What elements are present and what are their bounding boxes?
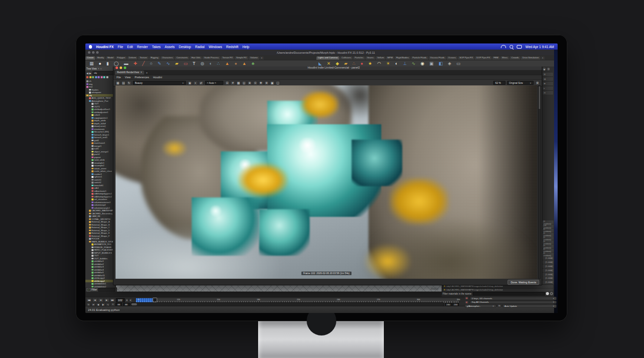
- cone-icon[interactable]: ▲: [242, 61, 246, 66]
- shelf-tab-oceans[interactable]: Oceans: [447, 56, 457, 60]
- sphere-light-icon[interactable]: ◐: [395, 61, 398, 66]
- checker-icon[interactable]: ▩: [236, 81, 241, 85]
- menubar-clock[interactable]: Wed Apr 1 9:41 AM: [525, 45, 554, 49]
- shelf-tab-wires[interactable]: Wires: [500, 56, 509, 60]
- shelf-tab-fem[interactable]: FEM: [492, 56, 500, 60]
- wrench-icon[interactable]: ◣: [318, 61, 322, 66]
- display-mode-icon[interactable]: ▦: [116, 81, 120, 85]
- shelf-tab-characters[interactable]: Characters: [160, 56, 174, 60]
- key-color-icon[interactable]: ▦: [465, 297, 469, 300]
- swap-icon[interactable]: ⇄: [199, 81, 203, 85]
- grass-icon[interactable]: ∿: [412, 61, 416, 66]
- filter-input[interactable]: [98, 288, 116, 292]
- menu-desktop[interactable]: Desktop: [179, 45, 191, 49]
- axis-icon[interactable]: ✚: [133, 61, 137, 66]
- text-icon[interactable]: T: [193, 61, 195, 66]
- shelf-tab-mpm[interactable]: MPM: [386, 56, 394, 60]
- shelf-tab-texture[interactable]: Texture: [138, 56, 148, 60]
- tree-view-tab[interactable]: Tree View × +: [85, 66, 116, 71]
- bulb-icon[interactable]: ◉: [421, 61, 424, 66]
- sparks-icon[interactable]: ★: [368, 61, 372, 66]
- shelf-tab-crowds[interactable]: Crowds: [510, 56, 520, 60]
- tree-filter-icon-6[interactable]: [103, 76, 105, 78]
- controller-icon[interactable]: ▭: [456, 61, 461, 66]
- rig-a-icon[interactable]: ▣: [429, 61, 433, 66]
- settings-gear-icon[interactable]: ⚙: [535, 81, 540, 85]
- shelf-tab-particles[interactable]: Particles: [353, 56, 365, 60]
- shelf-tab-particle-fluids[interactable]: Particle Fluids: [411, 56, 428, 60]
- image-size-select[interactable]: Original Size ▼: [507, 81, 534, 85]
- shelf-tab-hair-utils[interactable]: Hair Utils: [190, 56, 202, 60]
- tree-filter-icon-2[interactable]: [92, 76, 94, 78]
- add-icon[interactable]: ⊕: [247, 81, 252, 85]
- pan-icon[interactable]: ✚: [259, 81, 263, 85]
- box-icon[interactable]: ▦: [89, 61, 94, 66]
- tree-filter-icon-3[interactable]: [95, 76, 97, 78]
- add-shelf-tab-icon[interactable]: +: [260, 56, 264, 60]
- renderview-menu-view[interactable]: View: [125, 76, 130, 79]
- menu-houdini-fx[interactable]: Houdini FX: [96, 45, 113, 49]
- menu-assets[interactable]: Assets: [165, 45, 175, 49]
- menu-redshift[interactable]: Redshift: [226, 45, 239, 49]
- zoom-out-icon[interactable]: ⊗: [264, 81, 269, 85]
- dome-light-icon[interactable]: ◠: [377, 61, 381, 66]
- right-rail-stub-1[interactable]: ▤: [543, 77, 553, 81]
- cross-icon[interactable]: ✕: [327, 61, 331, 66]
- close-window-icon[interactable]: [88, 51, 90, 54]
- play-back-button[interactable]: ◀: [93, 298, 98, 302]
- tab-redshift-renderview[interactable]: Redshift RenderView ×: [115, 71, 144, 75]
- control-center-icon[interactable]: [517, 45, 522, 49]
- circle-icon[interactable]: ○: [150, 61, 152, 66]
- back-icon[interactable]: ◀: [86, 72, 88, 75]
- layout-icon[interactable]: ▤: [121, 81, 126, 85]
- info-circle-icon[interactable]: ◉: [543, 68, 546, 71]
- range-slider-handle[interactable]: [131, 303, 137, 305]
- menu-help[interactable]: Help: [242, 45, 249, 49]
- snapshot-icon[interactable]: ◉: [188, 81, 192, 85]
- renderview-menu-preferences[interactable]: Preferences: [135, 76, 149, 79]
- render-scrollbar[interactable]: [538, 85, 541, 279]
- auto-update-dropdown[interactable]: Auto Update ▼: [502, 304, 557, 308]
- shelf-tab-simple-fx[interactable]: Simple FX: [235, 56, 248, 60]
- renderview-menu-file[interactable]: File: [117, 76, 121, 79]
- shelf-tab-collisions[interactable]: Collisions: [340, 56, 353, 60]
- shelf-tab-rigging[interactable]: Rigging: [149, 56, 160, 60]
- snap-b-icon[interactable]: ▢: [275, 81, 280, 85]
- render-image[interactable]: Frame 102: 2026-02-06 20:03:58 (1m 54s): [116, 85, 537, 279]
- shelf-tab-lights-and-cameras[interactable]: Lights and Cameras: [316, 56, 339, 60]
- right-rail-stub-2[interactable]: ✚: [543, 82, 553, 85]
- torus-icon[interactable]: ◯: [114, 61, 119, 66]
- shelf-tab-volume[interactable]: Volume: [249, 56, 260, 60]
- snap-a-icon[interactable]: ▣: [270, 81, 274, 85]
- spray-icon[interactable]: ∴: [353, 61, 355, 66]
- project-icon[interactable]: ✎: [157, 61, 161, 66]
- minimize-window-icon[interactable]: [92, 51, 95, 54]
- filter-checkbox[interactable]: ✓: [87, 288, 90, 292]
- add-shelf-tab-icon[interactable]: +: [541, 56, 545, 60]
- lamp-icon[interactable]: ◍: [200, 61, 204, 66]
- zoom-window-icon[interactable]: [96, 51, 99, 54]
- playhead[interactable]: [152, 298, 157, 302]
- lock-icon[interactable]: ⊡: [225, 81, 229, 85]
- crosshair-icon[interactable]: ⊙: [253, 81, 258, 85]
- shelf-tab-dop-pyro-fx[interactable]: DOP Pyro FX: [475, 56, 492, 60]
- eraser-icon[interactable]: ▭: [183, 61, 188, 66]
- current-frame-field[interactable]: 102: [116, 298, 125, 302]
- shelf-tab-model[interactable]: Model: [106, 56, 115, 60]
- refresh-icon[interactable]: ↻: [497, 304, 501, 307]
- shelf-tab-guide-process[interactable]: Guide Process: [202, 56, 220, 60]
- bomb-icon[interactable]: ●: [360, 61, 363, 66]
- key-all-icon[interactable]: ◧: [465, 301, 469, 304]
- material-row[interactable]: ✱/obj/CACHED_MAINSHAPE/seqpickshade2/sho…: [443, 288, 553, 292]
- menu-radial[interactable]: Radial: [195, 45, 204, 49]
- new-tab-icon[interactable]: +: [145, 70, 149, 75]
- help-circle-icon[interactable]: ?: [547, 68, 550, 71]
- menu-edit[interactable]: Edit: [127, 45, 133, 49]
- right-rail-stub-0[interactable]: ⊞: [543, 73, 553, 76]
- curve-icon[interactable]: ∿: [166, 61, 170, 66]
- menu-file[interactable]: File: [118, 45, 123, 49]
- sphere-preview-icon[interactable]: [550, 292, 553, 295]
- add-tab-icon[interactable]: +: [100, 68, 102, 70]
- draw-icon[interactable]: ▰: [175, 61, 179, 66]
- handle-icon[interactable]: ⊥: [403, 61, 406, 66]
